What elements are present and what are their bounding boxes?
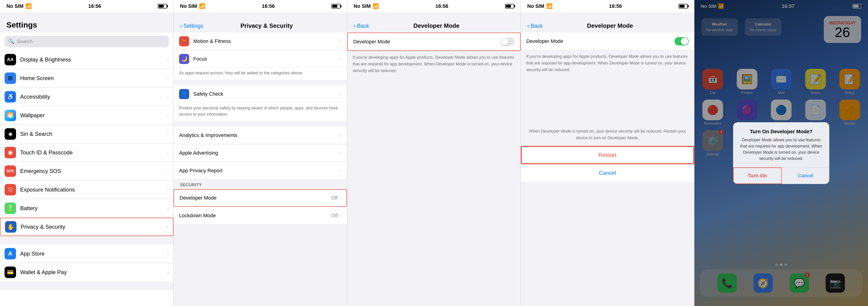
devmode-cancel-button[interactable]: Cancel (521, 164, 694, 182)
display-chevron: › (167, 57, 169, 63)
status-bar-2: No SIM 📶 16:56 (174, 0, 347, 12)
status-right-1 (158, 4, 167, 8)
time-1: 16:56 (88, 3, 101, 9)
group-gap-pv2 (174, 121, 347, 127)
accessibility-label: Accessibility (20, 93, 167, 100)
back-label-devoff: Back (357, 23, 369, 29)
phone-lockscreen: No SIM 📶 16:57 WEDNESDAY 26 Weather No w… (694, 0, 868, 306)
wallet-chevron: › (167, 269, 169, 275)
focus-icon: 🌙 (179, 54, 189, 64)
row-focus[interactable]: 🌙 Focus › (174, 50, 347, 68)
carrier-1: No SIM (6, 3, 24, 9)
touchid-label: Touch ID & Passcode (20, 149, 167, 156)
devmode-spacer (521, 78, 694, 123)
time-2: 16:56 (262, 3, 275, 9)
devmode-privacy-label: Developer Mode (180, 195, 331, 201)
focus-chevron: › (340, 56, 341, 62)
devmode-off-content: Developer Mode If you're developing apps… (347, 33, 521, 306)
row-battery[interactable]: 🔋 Battery › (0, 199, 174, 218)
search-bar[interactable]: 🔍 Search (5, 36, 169, 47)
wifi-icon-3: 📶 (373, 3, 379, 9)
back-arrow-privacy: ‹ (180, 22, 182, 29)
row-wallet[interactable]: 💳 Wallet & Apple Pay › (0, 263, 174, 281)
phone-devmode-off: No SIM 📶 16:56 ‹ Back Developer Mode Dev… (347, 0, 521, 306)
row-siri[interactable]: ◉ Siri & Search › (0, 125, 174, 143)
row-homescreen[interactable]: ⊞ Home Screen › (0, 69, 174, 87)
row-touchid[interactable]: ◉ Touch ID & Passcode › (0, 143, 174, 162)
focus-group: 🌙 Focus › As apps request access, they w… (174, 50, 347, 80)
devmode-toggle-label: Developer Mode (353, 39, 500, 45)
devmode-on-toggle-group: Developer Mode (521, 33, 694, 50)
battery-label: Battery (20, 205, 167, 212)
siri-label: Siri & Search (20, 131, 167, 137)
devmode-on-title: Developer Mode (546, 22, 688, 29)
group-gap-2 (0, 281, 174, 290)
lockscreen-bg: No SIM 📶 16:57 WEDNESDAY 26 Weather No w… (694, 0, 868, 306)
lockdown-chevron: › (340, 213, 341, 219)
status-left-1: No SIM 📶 (6, 3, 32, 9)
row-display[interactable]: AA Display & Brightness › (0, 51, 174, 69)
back-label-devon: Back (531, 23, 543, 29)
row-motion[interactable]: 🏃 Motion & Fitness › (174, 33, 347, 50)
devmode-privacy-value: Off (331, 195, 338, 201)
security-group: Developer Mode Off › Lockdown Mode Off › (174, 189, 347, 224)
wallpaper-label: Wallpaper (20, 112, 167, 119)
row-appstore[interactable]: A App Store › (0, 245, 174, 263)
motion-label: Motion & Fitness (193, 38, 340, 44)
row-appleads[interactable]: Apple Advertising › (174, 144, 347, 162)
devmode-toggle-switch[interactable] (500, 38, 515, 46)
devmode-desc-on: If you're developing apps for Apple prod… (521, 50, 694, 78)
homescreen-chevron: › (167, 75, 169, 81)
row-accessibility[interactable]: ♿ Accessibility › (0, 88, 174, 106)
wallet-label: Wallet & Apple Pay (20, 269, 167, 276)
devmode-on-toggle-label: Developer Mode (526, 38, 675, 44)
analytics-group: Analytics & Improvements › Apple Adverti… (174, 127, 347, 179)
exposure-chevron: › (167, 187, 169, 193)
alert-cancel-button[interactable]: Cancel (782, 167, 829, 184)
row-wallpaper[interactable]: 🌅 Wallpaper › (0, 106, 174, 124)
settings-header: Settings (0, 12, 174, 33)
restart-button[interactable]: Restart (521, 146, 694, 164)
alert-turnon-button[interactable]: Turn On (733, 167, 782, 184)
row-safety[interactable]: 👤 Safety Check › (174, 85, 347, 103)
row-exposure[interactable]: ⦾ Exposure Notifications › (0, 180, 174, 199)
status-left-2: No SIM 📶 (180, 3, 205, 9)
page-title-settings: Settings (6, 21, 37, 29)
privacy-icon: ✋ (5, 221, 17, 232)
analytics-chevron: › (340, 132, 341, 138)
devmode-privacy-chevron: › (339, 195, 341, 201)
focus-label: Focus (193, 56, 340, 62)
devmode-on-switch[interactable] (675, 37, 689, 46)
back-btn-devon[interactable]: ‹ Back (527, 22, 543, 29)
privacy-chevron: › (167, 224, 168, 230)
row-devmode-privacy[interactable]: Developer Mode Off › (174, 189, 347, 207)
search-input[interactable]: Search (17, 38, 33, 45)
devmode-toggle-group: Developer Mode (347, 33, 521, 51)
appstore-chevron: › (167, 251, 169, 257)
back-btn-devoff[interactable]: ‹ Back (353, 22, 369, 29)
carrier-4: No SIM (527, 3, 545, 9)
battery-4 (679, 4, 688, 8)
row-sos[interactable]: SOS Emergency SOS › (0, 162, 174, 180)
phone-devmode-on: No SIM 📶 16:56 ‹ Back Developer Mode Dev… (521, 0, 694, 306)
display-icon: AA (5, 54, 16, 65)
accessibility-icon: ♿ (5, 91, 16, 103)
row-appreport[interactable]: App Privacy Report › (174, 162, 347, 179)
safety-icon: 👤 (179, 89, 189, 99)
back-btn-privacy[interactable]: ‹ Settings (180, 22, 203, 29)
homescreen-label: Home Screen (20, 75, 167, 81)
row-privacy[interactable]: ✋ Privacy & Security › (0, 218, 174, 236)
settings-list: AA Display & Brightness › ⊞ Home Screen … (0, 51, 174, 306)
touchid-chevron: › (167, 149, 169, 156)
devmode-bottom-text: When Developer Mode is turned on, your d… (521, 123, 694, 146)
privacy-nav: ‹ Settings Privacy & Security (174, 12, 347, 33)
alert-overlay: Turn On Developer Mode? Developer Mode a… (694, 0, 868, 306)
row-lockdown[interactable]: Lockdown Mode Off › (174, 207, 347, 224)
wallpaper-chevron: › (167, 112, 169, 118)
toggle-knob-on (681, 38, 688, 45)
sos-chevron: › (167, 168, 169, 174)
row-analytics[interactable]: Analytics & Improvements › (174, 127, 347, 144)
devmode-on-nav: ‹ Back Developer Mode (521, 12, 694, 33)
appleads-label: Apple Advertising (179, 150, 340, 156)
back-label-privacy: Settings (183, 23, 204, 29)
